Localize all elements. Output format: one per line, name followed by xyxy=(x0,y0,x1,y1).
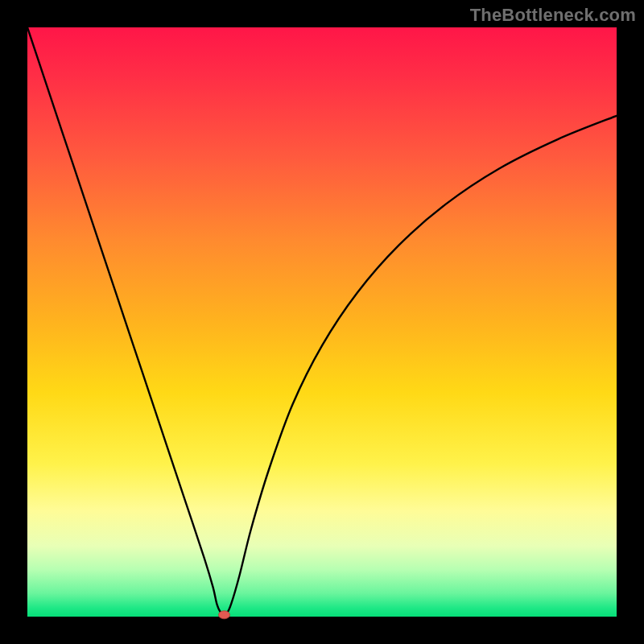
bottleneck-curve xyxy=(27,27,617,615)
plot-area xyxy=(27,27,617,617)
chart-frame: TheBottleneck.com xyxy=(0,0,644,644)
watermark-text: TheBottleneck.com xyxy=(470,5,636,26)
optimal-point-marker xyxy=(218,611,229,619)
curve-svg xyxy=(27,27,617,617)
